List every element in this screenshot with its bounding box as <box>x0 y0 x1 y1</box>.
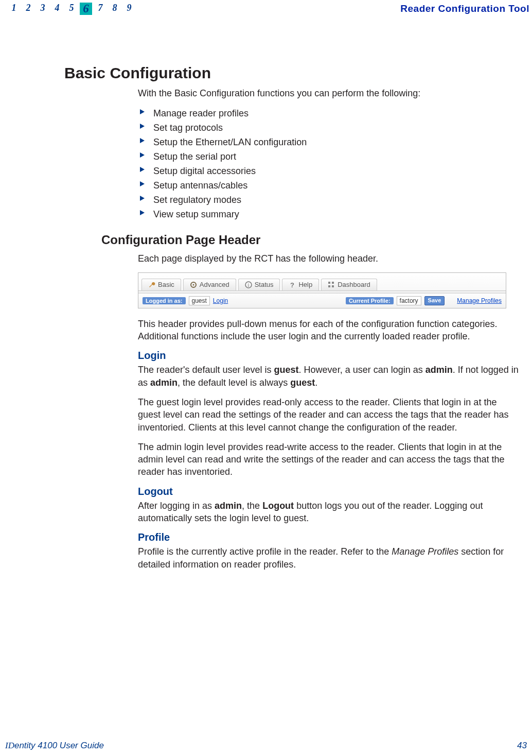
page-footer: IDentity 4100 User Guide 43 <box>5 741 527 751</box>
svg-rect-14 <box>332 282 334 284</box>
tab-basic[interactable]: Basic <box>141 279 181 290</box>
tab-label: Status <box>255 281 274 288</box>
login-link[interactable]: Login <box>213 297 228 304</box>
list-item-label: Setup antennas/cables <box>153 180 247 191</box>
chapter-num-3: 3 <box>37 3 49 15</box>
save-button[interactable]: Save <box>424 296 445 305</box>
info-icon: i <box>245 281 252 288</box>
help-icon: ? <box>289 281 296 288</box>
intro-paragraph: With the Basic Configuration functions y… <box>138 87 519 99</box>
chevron-right-icon <box>140 167 145 172</box>
login-paragraph-1: The reader's default user level is guest… <box>138 364 519 389</box>
chapter-num-1: 1 <box>8 3 20 15</box>
document-title: Reader Configuration Tool <box>400 3 529 14</box>
tab-help[interactable]: ? Help <box>282 279 319 290</box>
svg-marker-4 <box>140 167 145 172</box>
screenshot-tab-row: Basic Advanced i Status ? Help <box>138 273 506 290</box>
heading-logout: Logout <box>138 486 519 497</box>
svg-marker-7 <box>140 210 145 215</box>
list-item: Setup the Ethernet/LAN configuration <box>138 135 519 150</box>
chapter-number-strip: 1 2 3 4 5 6 7 8 9 <box>8 3 135 15</box>
chevron-right-icon <box>140 210 145 215</box>
login-paragraph-2: The guest login level provides read-only… <box>138 396 519 434</box>
svg-rect-13 <box>328 282 330 284</box>
heading-login: Login <box>138 350 519 362</box>
heading-config-page-header: Configuration Page Header <box>101 233 519 247</box>
svg-text:?: ? <box>291 281 295 288</box>
heading-profile: Profile <box>138 531 519 543</box>
chevron-right-icon <box>140 181 145 186</box>
chevron-right-icon <box>140 109 145 114</box>
header-intro-paragraph: Each page displayed by the RCT has the f… <box>138 252 519 265</box>
chevron-right-icon <box>140 152 145 158</box>
manage-profiles-link[interactable]: Manage Profiles <box>457 297 502 304</box>
chapter-num-6-current: 6 <box>80 3 92 15</box>
chapter-num-9: 9 <box>123 3 135 15</box>
svg-point-9 <box>192 284 194 285</box>
chapter-num-7: 7 <box>94 3 107 15</box>
list-item: Manage reader profiles <box>138 107 519 121</box>
svg-marker-1 <box>140 124 145 129</box>
tab-label: Advanced <box>200 281 229 288</box>
footer-left: IDentity 4100 User Guide <box>5 741 104 751</box>
svg-marker-5 <box>140 181 145 186</box>
logged-in-user: guest <box>189 296 210 305</box>
chevron-right-icon <box>140 124 145 129</box>
list-item: Set tag protocols <box>138 121 519 135</box>
list-item: Set regulatory modes <box>138 193 519 208</box>
svg-text:i: i <box>247 282 249 288</box>
chapter-num-4: 4 <box>51 3 63 15</box>
chapter-num-2: 2 <box>22 3 34 15</box>
header-description-paragraph: This header provides pull-down menus for… <box>138 318 519 343</box>
screenshot-status-row: Logged in as: guest Login Current Profil… <box>138 294 506 308</box>
svg-marker-6 <box>140 196 145 201</box>
list-item-label: Setup digital accessories <box>153 166 256 176</box>
tab-advanced[interactable]: Advanced <box>183 279 236 290</box>
list-item: Setup digital accessories <box>138 164 519 179</box>
svg-marker-0 <box>140 109 145 114</box>
list-item-label: Setup the serial port <box>153 151 236 162</box>
list-item-label: Set tag protocols <box>153 123 223 133</box>
tab-label: Dashboard <box>338 281 370 288</box>
tab-label: Help <box>298 281 312 288</box>
rct-header-screenshot: Basic Advanced i Status ? Help <box>138 272 506 308</box>
current-profile-label: Current Profile: <box>346 297 394 304</box>
svg-rect-16 <box>332 285 334 287</box>
svg-marker-3 <box>140 152 145 158</box>
page-number: 43 <box>517 741 527 751</box>
chapter-num-8: 8 <box>109 3 121 15</box>
current-profile-value: factory <box>397 296 421 305</box>
logged-in-label: Logged in as: <box>143 297 186 304</box>
list-item: Setup the serial port <box>138 150 519 164</box>
list-item: View setup summary <box>138 208 519 222</box>
tab-status[interactable]: i Status <box>238 279 280 290</box>
grid-icon <box>328 281 335 288</box>
heading-basic-configuration: Basic Configuration <box>64 64 519 82</box>
page-header: 1 2 3 4 5 6 7 8 9 Reader Configuration T… <box>0 1 532 16</box>
tab-label: Basic <box>158 281 174 288</box>
chevron-right-icon <box>140 138 145 143</box>
list-item-label: Manage reader profiles <box>153 108 249 118</box>
list-item-label: Set regulatory modes <box>153 195 241 205</box>
svg-marker-2 <box>140 138 145 143</box>
tab-dashboard[interactable]: Dashboard <box>321 279 377 290</box>
login-paragraph-3: The admin login level provides read-writ… <box>138 441 519 478</box>
feature-list: Manage reader profiles Set tag protocols… <box>138 107 519 221</box>
list-item: Setup antennas/cables <box>138 179 519 193</box>
list-item-label: View setup summary <box>153 209 239 219</box>
gear-icon <box>190 281 197 288</box>
svg-rect-15 <box>328 285 330 287</box>
chapter-num-5: 5 <box>65 3 78 15</box>
profile-paragraph: Profile is the currently active profile … <box>138 545 519 571</box>
list-item-label: Setup the Ethernet/LAN configuration <box>153 137 307 147</box>
wrench-icon <box>148 281 155 288</box>
logout-paragraph: After logging in as admin, the Logout bu… <box>138 500 519 525</box>
chevron-right-icon <box>140 196 145 201</box>
